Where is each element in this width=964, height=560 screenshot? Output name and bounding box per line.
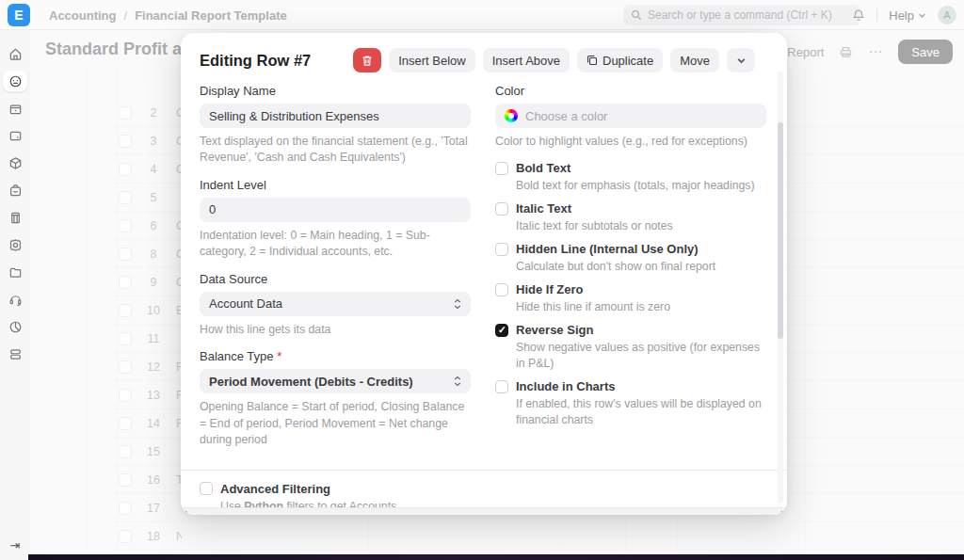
column-separator (805, 69, 806, 551)
search-icon (631, 9, 642, 21)
reverse-sign-checkbox[interactable] (495, 324, 508, 337)
modal-divider (181, 470, 787, 471)
data-source-select[interactable]: Account Data (200, 292, 471, 316)
breadcrumb-item-accounting[interactable]: Accounting (49, 8, 117, 23)
left-sidebar: ⇥ (0, 30, 30, 560)
bold-text-checkbox[interactable] (495, 162, 508, 175)
display-name-input[interactable]: Selling & Distribution Expenses (200, 104, 471, 128)
row-checkbox[interactable] (119, 248, 132, 261)
italic-text-desc: Italic text for subtotals or notes (516, 218, 766, 234)
color-wheel-icon (505, 109, 518, 122)
include-in-charts-checkbox[interactable] (495, 380, 508, 393)
balance-type-label-text: Balance Type (200, 349, 274, 363)
notifications-icon[interactable] (852, 8, 865, 22)
display-name-label: Display Name (200, 84, 471, 98)
breadcrumb: Accounting / Financial Report Template (49, 0, 287, 30)
advanced-filtering-checkbox[interactable] (200, 482, 213, 495)
indent-level-input[interactable]: 0 (200, 198, 471, 222)
help-menu[interactable]: Help (889, 8, 926, 23)
indent-level-desc: Indentation level: 0 = Main heading, 1 =… (200, 228, 471, 261)
include-in-charts-label: Include in Charts (516, 379, 615, 393)
row-checkbox[interactable] (119, 219, 132, 232)
scrollbar-thumb[interactable] (778, 122, 783, 339)
balance-type-label: Balance Type * (200, 349, 471, 363)
italic-text-checkbox[interactable] (495, 202, 508, 216)
breadcrumb-item-template[interactable]: Financial Report Template (135, 8, 287, 23)
avatar[interactable]: A (938, 6, 956, 24)
assets-icon[interactable] (3, 344, 27, 364)
modal-horizontal-scrollbar[interactable]: ◂▸ (181, 507, 787, 515)
stock-icon[interactable] (3, 98, 27, 119)
top-navbar: E Accounting / Financial Report Template… (0, 0, 964, 30)
quality-icon[interactable] (3, 234, 27, 255)
row-checkbox[interactable] (119, 445, 132, 458)
buying-icon[interactable] (3, 152, 27, 173)
select-chevrons-icon (454, 298, 461, 310)
search-input[interactable]: Search or type a command (Ctrl + K) (623, 5, 860, 25)
chevron-down-icon (736, 56, 747, 66)
home-icon[interactable] (3, 43, 27, 64)
duplicate-button[interactable]: Duplicate (577, 48, 663, 72)
hidden-line-checkbox[interactable] (495, 243, 508, 256)
projects-icon[interactable] (3, 262, 27, 282)
row-checkbox[interactable] (119, 163, 132, 176)
help-label: Help (889, 8, 914, 23)
row-checkbox[interactable] (119, 389, 132, 402)
analytics-icon[interactable] (3, 316, 27, 337)
hidden-line-label: Hidden Line (Internal Use Only) (516, 242, 699, 256)
modal-title: Editing Row #7 (200, 52, 311, 70)
selling-icon[interactable] (3, 180, 27, 200)
insert-above-button[interactable]: Insert Above (483, 48, 570, 72)
column-separator (117, 69, 118, 551)
delete-row-button[interactable] (353, 48, 381, 72)
manufacturing-icon[interactable] (3, 207, 27, 228)
sidebar-collapse-icon[interactable]: ⇥ (0, 538, 30, 552)
accounting-icon[interactable] (3, 71, 27, 91)
balance-type-select[interactable]: Period Movement (Debits - Credits) (200, 369, 471, 393)
search-placeholder: Search or type a command (Ctrl + K) (648, 8, 832, 22)
row-checkbox[interactable] (119, 502, 132, 515)
advanced-filtering-label: Advanced Filtering (220, 482, 330, 496)
row-checkbox[interactable] (119, 191, 132, 204)
row-checkbox[interactable] (119, 304, 132, 317)
chevron-down-icon (918, 11, 926, 20)
color-desc: Color to highlight values (e.g., red for… (495, 134, 766, 150)
logo-letter: E (14, 8, 23, 23)
row-checkbox[interactable] (119, 530, 132, 543)
column-separator (164, 69, 165, 551)
modal-left-column: Display Name Selling & Distribution Expe… (200, 84, 471, 460)
row-checkbox[interactable] (119, 360, 132, 374)
support-icon[interactable] (3, 289, 27, 310)
reverse-sign-label: Reverse Sign (516, 323, 593, 337)
row-checkbox[interactable] (119, 135, 132, 148)
required-asterisk: * (277, 349, 281, 363)
color-picker-input[interactable]: Choose a color (495, 104, 766, 128)
row-text-fragment: N (176, 530, 182, 543)
row-checkbox[interactable] (119, 276, 132, 289)
bold-text-desc: Bold text for emphasis (totals, major he… (516, 178, 766, 194)
app-logo[interactable]: E (8, 4, 30, 26)
select-chevrons-icon (454, 376, 461, 387)
row-checkbox[interactable] (119, 473, 132, 487)
hide-if-zero-checkbox[interactable] (495, 283, 508, 296)
modal-vertical-scrollbar[interactable] (778, 71, 783, 504)
data-source-label: Data Source (200, 272, 471, 286)
include-in-charts-desc: If enabled, this row's values will be di… (516, 396, 766, 428)
more-actions-button[interactable] (727, 48, 755, 72)
color-label: Color (495, 84, 766, 98)
color-placeholder: Choose a color (525, 109, 607, 123)
payments-icon[interactable] (3, 125, 27, 146)
row-checkbox[interactable] (119, 417, 132, 430)
duplicate-label: Duplicate (602, 54, 653, 68)
trash-icon (362, 55, 373, 67)
breadcrumb-separator: / (124, 8, 128, 23)
hide-if-zero-desc: Hide this line if amount is zero (516, 299, 766, 315)
row-checkbox[interactable] (119, 106, 132, 120)
data-source-value: Account Data (209, 296, 282, 311)
column-separator (86, 69, 87, 551)
move-button[interactable]: Move (670, 48, 719, 72)
insert-below-button[interactable]: Insert Below (389, 48, 475, 72)
balance-type-desc: Opening Balance = Start of period, Closi… (200, 399, 471, 448)
bottom-edge-bar (28, 554, 964, 560)
row-checkbox[interactable] (119, 332, 132, 345)
